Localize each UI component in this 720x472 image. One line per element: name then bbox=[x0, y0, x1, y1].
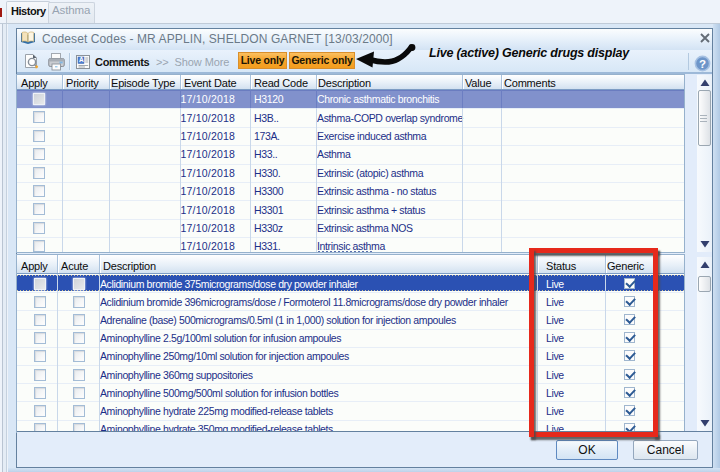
svg-text:?: ? bbox=[699, 58, 706, 70]
svg-text:A: A bbox=[79, 56, 84, 63]
